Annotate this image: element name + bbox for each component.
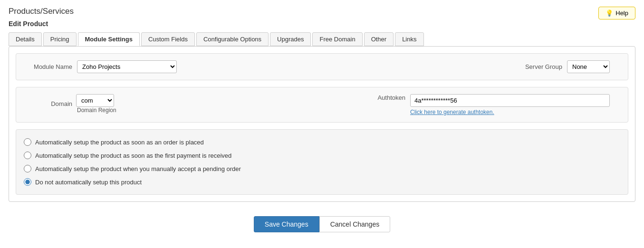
radio-label-radio3[interactable]: Automatically setup the product when you… bbox=[35, 165, 241, 172]
radio-label-radio4[interactable]: Do not automatically setup this product bbox=[35, 179, 142, 186]
radio-option-radio3: Automatically setup the product when you… bbox=[24, 162, 620, 175]
radio-input-radio3[interactable] bbox=[24, 165, 31, 172]
tab-module-settings[interactable]: Module Settings bbox=[78, 32, 140, 46]
footer-buttons: Save Changes Cancel Changes bbox=[9, 210, 635, 236]
module-name-section: Module Name Zoho ProjectsNone Server Gro… bbox=[16, 53, 628, 80]
tab-pricing[interactable]: Pricing bbox=[43, 32, 77, 46]
radio-input-radio4[interactable] bbox=[24, 178, 31, 186]
help-button[interactable]: 💡 Help bbox=[598, 7, 635, 19]
radio-input-radio2[interactable] bbox=[24, 152, 31, 159]
domain-select[interactable]: comnetorg bbox=[76, 94, 114, 107]
help-label: Help bbox=[615, 10, 628, 17]
tab-links[interactable]: Links bbox=[395, 32, 423, 46]
radio-label-radio1[interactable]: Automatically setup the product as soon … bbox=[35, 139, 204, 146]
radio-label-radio2[interactable]: Automatically setup the product as soon … bbox=[35, 152, 231, 159]
section-title: Edit Product bbox=[9, 20, 635, 28]
tab-other[interactable]: Other bbox=[364, 32, 394, 46]
content-box: Module Name Zoho ProjectsNone Server Gro… bbox=[9, 46, 635, 202]
tab-upgrades[interactable]: Upgrades bbox=[270, 32, 311, 46]
module-name-label: Module Name bbox=[25, 63, 72, 70]
radio-input-radio1[interactable] bbox=[24, 138, 31, 146]
module-name-select[interactable]: Zoho ProjectsNone bbox=[77, 60, 177, 73]
server-group-label: Server Group bbox=[515, 63, 562, 70]
tab-free-domain[interactable]: Free Domain bbox=[312, 32, 362, 46]
domain-label: Domain bbox=[25, 100, 72, 107]
save-button[interactable]: Save Changes bbox=[254, 216, 319, 232]
server-group-select[interactable]: None bbox=[567, 60, 610, 73]
radio-option-radio1: Automatically setup the product as soon … bbox=[24, 135, 620, 149]
domain-authtoken-section: Domain comnetorg Domain Region Authtoken… bbox=[16, 87, 628, 123]
authtoken-help-link[interactable]: Click here to generate authtoken. bbox=[410, 109, 610, 115]
radio-option-radio4: Do not automatically setup this product bbox=[24, 175, 620, 189]
help-icon: 💡 bbox=[606, 10, 613, 17]
tab-custom-fields[interactable]: Custom Fields bbox=[141, 32, 195, 46]
page-title: Products/Services bbox=[9, 7, 635, 16]
tabs-bar: DetailsPricingModule SettingsCustom Fiel… bbox=[9, 32, 635, 46]
authtoken-input[interactable] bbox=[410, 94, 610, 107]
cancel-button[interactable]: Cancel Changes bbox=[319, 216, 391, 232]
tab-configurable-options[interactable]: Configurable Options bbox=[196, 32, 269, 46]
radio-option-radio2: Automatically setup the product as soon … bbox=[24, 149, 620, 162]
domain-region-label: Domain Region bbox=[77, 107, 116, 114]
setup-options-section: Automatically setup the product as soon … bbox=[16, 129, 628, 195]
tab-details[interactable]: Details bbox=[9, 32, 42, 46]
authtoken-label: Authtoken bbox=[367, 94, 405, 101]
